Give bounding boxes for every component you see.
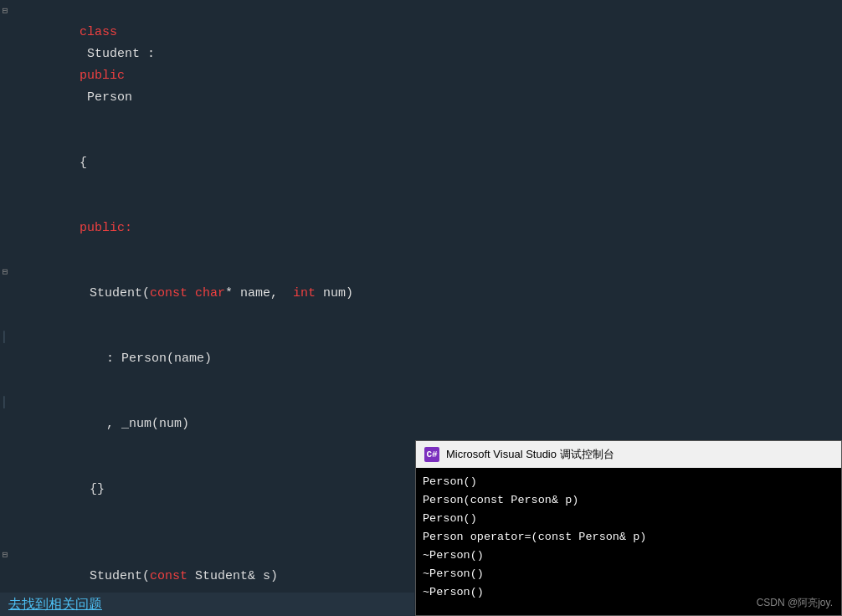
code-line-3: public: <box>0 196 842 261</box>
output-line-1: Person() <box>423 473 834 491</box>
code-area: ⊟ class Student : public Person { public… <box>0 0 842 616</box>
console-title-bar: C# Microsoft Visual Studio 调试控制台 <box>416 441 841 468</box>
output-line-2: Person(const Person& p) <box>423 491 834 510</box>
student-ref: Student& s) <box>187 569 278 583</box>
output-line-3: Person() <box>423 510 834 528</box>
output-line-6: ~Person() <box>423 565 834 583</box>
space2: Person <box>80 90 132 105</box>
bottom-bar: 去找到相关问题 <box>0 593 414 616</box>
output-line-5: ~Person() <box>423 547 834 565</box>
line-content-5: : Person(name) <box>13 326 842 392</box>
fold-1[interactable]: ⊟ <box>1 0 9 22</box>
kw-const2: const <box>150 569 187 583</box>
line-content-3: public: <box>13 196 842 261</box>
copy-ctor: Student( <box>90 569 150 583</box>
code-line-2: { <box>0 131 842 196</box>
empty-body1: {} <box>90 482 105 496</box>
line-content-4: Student(const char* name, int num) <box>13 261 842 326</box>
kw-public2: public: <box>80 221 132 235</box>
star-name: * name, <box>225 286 293 300</box>
console-icon-text: C# <box>426 449 437 459</box>
console-icon: C# <box>424 447 439 462</box>
line-content-2: { <box>13 131 842 196</box>
num-param: num) <box>316 286 353 300</box>
brace-open: { <box>80 156 87 170</box>
gutter-4: ⊟ <box>0 261 13 283</box>
kw-const: const <box>150 286 187 300</box>
bottom-bar-link[interactable]: 去找到相关问题 <box>8 596 102 613</box>
code-line-5: │ : Person(name) <box>0 326 842 392</box>
space1: Student : <box>80 47 162 61</box>
code-line-1: ⊟ class Student : public Person <box>0 0 842 131</box>
fold-4[interactable]: ⊟ <box>1 261 9 283</box>
gutter-9: ⊟ <box>0 544 13 566</box>
gutter-5: │ <box>0 326 13 348</box>
kw-int: int <box>293 286 316 300</box>
person-init: : Person(name) <box>106 352 212 366</box>
student-ctor: Student( <box>90 286 150 300</box>
fold-9[interactable]: ⊟ <box>1 544 9 566</box>
gutter-6: │ <box>0 392 13 413</box>
kw-public: public <box>80 69 125 83</box>
line-content-1: class Student : public Person <box>13 0 842 131</box>
num-init: , _num(num) <box>106 417 189 431</box>
char-star <box>187 286 195 300</box>
console-title-text: Microsoft Visual Studio 调试控制台 <box>446 447 614 462</box>
console-popup: C# Microsoft Visual Studio 调试控制台 Person(… <box>415 440 842 616</box>
csdn-watermark: CSDN @阿亮joy. <box>757 596 833 610</box>
gutter-1: ⊟ <box>0 0 13 22</box>
kw-class: class <box>80 25 117 39</box>
kw-char: char <box>195 286 225 300</box>
editor-container: ⊟ class Student : public Person { public… <box>0 0 842 616</box>
code-line-4: ⊟ Student(const char* name, int num) <box>0 261 842 326</box>
console-output: Person() Person(const Person& p) Person(… <box>416 468 841 607</box>
output-line-4: Person operator=(const Person& p) <box>423 528 834 547</box>
